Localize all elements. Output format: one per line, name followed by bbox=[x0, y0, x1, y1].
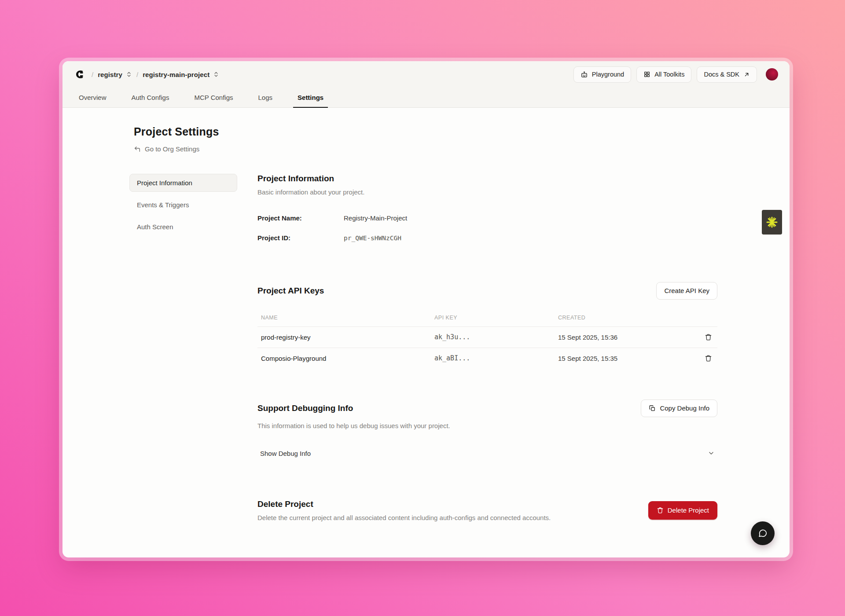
breadcrumb-project[interactable]: registry-main-project bbox=[143, 71, 209, 78]
project-switcher-chevrons-icon[interactable] bbox=[213, 71, 219, 77]
top-bar: / registry / registry-main-project Playg… bbox=[62, 61, 790, 88]
table-row: prod-registry-key ak_h3u... 15 Sept 2025… bbox=[257, 326, 717, 348]
trash-icon bbox=[705, 355, 712, 362]
go-to-org-settings-label: Go to Org Settings bbox=[145, 145, 199, 153]
delete-api-key-button[interactable] bbox=[703, 353, 714, 364]
subnav-item-project-information[interactable]: Project Information bbox=[129, 174, 237, 192]
playground-button-label: Playground bbox=[592, 71, 624, 78]
section-delete-project: Delete Project Delete the current projec… bbox=[257, 499, 717, 521]
api-key-created: 15 Sept 2025, 15:35 bbox=[555, 348, 687, 369]
project-name-value: Registry-Main-Project bbox=[344, 214, 407, 222]
api-keys-header-row: NAME API KEY CREATED bbox=[257, 311, 717, 327]
create-api-key-button[interactable]: Create API Key bbox=[656, 282, 717, 300]
project-id-value: pr_QWE-sHWNzCGH bbox=[344, 235, 401, 242]
field-project-name: Project Name: Registry-Main-Project bbox=[257, 214, 717, 222]
delete-project-label: Delete Project bbox=[668, 506, 709, 514]
breadcrumb-org[interactable]: registry bbox=[98, 71, 122, 78]
tab-mcp-configs[interactable]: MCP Configs bbox=[190, 88, 237, 107]
project-information-description: Basic information about your project. bbox=[257, 188, 717, 196]
copy-icon bbox=[649, 405, 656, 412]
project-information-title: Project Information bbox=[257, 174, 717, 183]
chevron-down-icon bbox=[708, 450, 715, 457]
copy-debug-info-button[interactable]: Copy Debug Info bbox=[641, 400, 717, 417]
breadcrumb-separator: / bbox=[92, 71, 93, 78]
api-keys-table: NAME API KEY CREATED prod-registry-key a… bbox=[257, 311, 717, 369]
grid-icon bbox=[643, 71, 650, 78]
settings-content: Project Settings Go to Org Settings Proj… bbox=[62, 108, 790, 548]
project-tabs: Overview Auth Configs MCP Configs Logs S… bbox=[62, 88, 790, 108]
debug-info-description: This information is used to help us debu… bbox=[257, 422, 717, 429]
subnav-item-events-triggers[interactable]: Events & Triggers bbox=[129, 196, 237, 214]
docs-sdk-button-label: Docs & SDK bbox=[704, 71, 739, 78]
asterisk-marker-widget[interactable] bbox=[762, 210, 782, 235]
delete-project-description: Delete the current project and all assoc… bbox=[257, 514, 551, 521]
playground-button[interactable]: Playground bbox=[573, 66, 631, 83]
top-bar-actions: Playground All Toolkits Docs & SDK bbox=[573, 66, 778, 83]
delete-api-key-button[interactable] bbox=[703, 332, 714, 343]
tab-logs[interactable]: Logs bbox=[254, 88, 277, 107]
header-api-key: API KEY bbox=[431, 311, 555, 327]
trash-icon bbox=[657, 507, 664, 514]
settings-subnav: Project Information Events & Triggers Au… bbox=[129, 174, 237, 548]
breadcrumb-separator: / bbox=[136, 71, 138, 78]
user-avatar[interactable] bbox=[766, 68, 778, 81]
api-key-value: ak_aBI... bbox=[431, 348, 555, 369]
all-toolkits-button-label: All Toolkits bbox=[654, 71, 684, 78]
api-key-value: ak_h3u... bbox=[431, 326, 555, 348]
show-debug-info-label: Show Debug Info bbox=[260, 450, 311, 457]
bot-icon bbox=[580, 71, 588, 78]
table-row: Composio-Playground ak_aBI... 15 Sept 20… bbox=[257, 348, 717, 369]
tab-settings[interactable]: Settings bbox=[293, 88, 328, 107]
project-name-label: Project Name: bbox=[257, 214, 344, 222]
section-debug-info: Support Debugging Info Copy Debug Info T… bbox=[257, 400, 717, 462]
corner-up-left-icon bbox=[134, 146, 141, 153]
settings-main: Project Information Basic information ab… bbox=[257, 174, 717, 548]
api-key-name: Composio-Playground bbox=[257, 348, 431, 369]
all-toolkits-button[interactable]: All Toolkits bbox=[636, 66, 691, 83]
docs-sdk-button[interactable]: Docs & SDK bbox=[697, 66, 757, 83]
go-to-org-settings-link[interactable]: Go to Org Settings bbox=[134, 145, 199, 153]
show-debug-info-toggle[interactable]: Show Debug Info bbox=[257, 445, 717, 462]
delete-project-button[interactable]: Delete Project bbox=[648, 501, 717, 520]
app-window: / registry / registry-main-project Playg… bbox=[62, 61, 790, 557]
create-api-key-label: Create API Key bbox=[664, 287, 709, 294]
api-key-created: 15 Sept 2025, 15:36 bbox=[555, 326, 687, 348]
delete-project-title: Delete Project bbox=[257, 499, 551, 509]
api-key-name: prod-registry-key bbox=[257, 326, 431, 348]
trash-icon bbox=[705, 334, 712, 341]
project-id-label: Project ID: bbox=[257, 234, 344, 242]
header-name: NAME bbox=[257, 311, 431, 327]
asterisk-icon bbox=[765, 216, 779, 229]
debug-info-title: Support Debugging Info bbox=[257, 403, 353, 413]
section-api-keys: Project API Keys Create API Key NAME API… bbox=[257, 282, 717, 369]
tab-overview[interactable]: Overview bbox=[74, 88, 111, 107]
page-title: Project Settings bbox=[134, 125, 790, 138]
copy-debug-info-label: Copy Debug Info bbox=[660, 404, 709, 412]
header-created: CREATED bbox=[555, 311, 687, 327]
org-switcher-chevrons-icon[interactable] bbox=[126, 71, 132, 77]
breadcrumb: / registry / registry-main-project bbox=[92, 71, 219, 78]
composio-logo-icon[interactable] bbox=[74, 69, 85, 80]
field-project-id: Project ID: pr_QWE-sHWNzCGH bbox=[257, 234, 717, 242]
subnav-item-auth-screen[interactable]: Auth Screen bbox=[129, 218, 237, 236]
chat-fab-button[interactable] bbox=[751, 521, 775, 545]
chat-bubble-icon bbox=[758, 528, 768, 538]
section-project-information: Project Information Basic information ab… bbox=[257, 174, 717, 242]
arrow-up-right-icon bbox=[743, 71, 750, 78]
tab-auth-configs[interactable]: Auth Configs bbox=[127, 88, 174, 107]
api-keys-title: Project API Keys bbox=[257, 286, 324, 296]
